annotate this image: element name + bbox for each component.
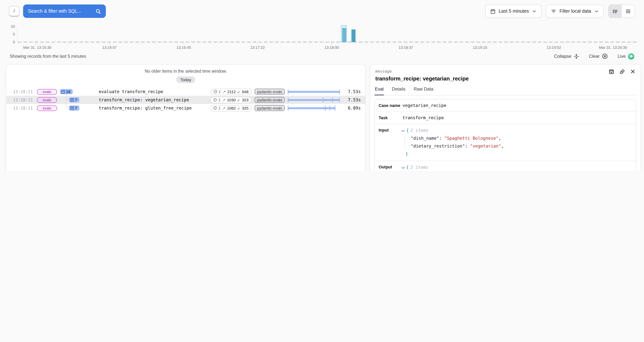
sigma-icon: Σ [218,98,221,102]
row-timestamp: 13:18:11 [13,98,34,102]
case-name-value: vegetarian_recipe [402,103,446,108]
duration-bar [288,106,340,110]
calendar-icon [490,8,496,14]
save-view-icon[interactable] [608,69,614,74]
live-status-icon [628,53,634,60]
record-kind: message [375,69,392,74]
tree-cell: + 7 [60,97,96,102]
timeline-selection-box [341,25,346,42]
y-tick-0: 0 [4,40,15,44]
tokens-down-arrow-icon: ↙ [237,106,240,110]
tokens-down-value: 323 [242,98,248,102]
x-label: 13:18:00 [324,46,339,50]
filter-local-data-dropdown[interactable]: Filter local data [546,4,604,18]
trace-row-vegetarian[interactable]: 13:18:11 evals + 7 transform_recipe: veg… [6,96,365,104]
x-label: 13:16:45 [176,46,191,50]
case-name-row: Case name vegetarian_recipe [375,100,636,112]
clear-circle-x-icon [602,53,608,59]
x-label: Mar 31. 13:15:30 [23,46,51,50]
child-count: 16 [66,90,70,94]
showing-records-text: Showing records from the last 5 minutes [10,54,86,58]
y-tick-5: 5 [4,32,15,36]
x-tick [332,43,332,45]
search-button-label: Search & filter with SQL... [28,8,81,14]
copy-link-icon[interactable] [620,69,625,74]
package-tag: pydantic-evals [254,97,285,103]
json-string-value: Spaghetti Bolognese [444,136,498,141]
collapse-label: Collapse [554,54,571,59]
tokens-down-arrow-icon: ↙ [237,98,240,102]
tokens-down-value: 648 [242,90,248,94]
tree-connector [66,94,69,108]
clear-button[interactable]: Clear [589,53,608,59]
task-value: transform_recipe [402,115,444,120]
input-row: Input { 2 items dish_name: Spaghetti Bol… [375,124,636,160]
duration-text: 6.89s [343,106,361,111]
empty-window-notice: No older items in the selected time wind… [6,69,365,74]
status-row: Showing records from the last 5 minutes … [10,52,634,61]
span-name: transform_recipe: gluten_free_recipe [99,106,207,111]
live-toggle[interactable]: Live [618,53,634,60]
time-range-dropdown[interactable]: Last 5 minutes [485,4,542,18]
json-entry: dish_name: Spaghetti Bolognese, [411,135,504,142]
expand-count-badge[interactable]: + 7 [69,97,80,102]
task-label: Task [379,115,402,120]
span-name: transform_recipe: vegetarian_recipe [99,97,207,102]
plus-square-icon: + [70,98,74,102]
expand-count-badge[interactable]: + 7 [69,106,80,111]
child-count: 7 [75,98,77,102]
collapse-icon [574,54,579,59]
comma: , [498,136,501,141]
duration-bar [288,98,340,102]
collapsed-array[interactable]: [...] [452,171,465,171]
x-tick [554,43,554,45]
coin-icon [213,106,217,110]
tokens-down-arrow-icon: ↙ [237,90,240,94]
slash-shortcut-key: / [9,6,20,16]
row-timestamp: 13:18:11 [13,89,34,94]
tree-cell: + 7 [60,106,96,111]
output-row: Output { 2 items ingredients: [...] [375,160,636,171]
sigma-icon: Σ [218,106,221,110]
close-icon[interactable] [630,69,636,74]
records-timeline-chart[interactable]: 10 5 0 Mar 31. 13:15:30 13:16:07 13:16:4… [0,22,644,51]
list-icon [625,8,631,14]
input-json: { 2 items dish_name: Spaghetti Bolognese… [402,128,504,157]
plus-square-icon: + [70,106,74,110]
tokens-up-arrow-icon: ↗ [222,106,226,110]
timeline-baseline [18,41,638,43]
search-button[interactable]: Search & filter with SQL... [23,4,106,18]
x-tick [110,43,110,45]
date-chip: Today [176,76,196,83]
coin-icon [213,90,217,94]
x-label: Mar 31. 13:20:30 [599,46,627,50]
main-split: No older items in the selected time wind… [6,64,641,171]
timeline-bar-2[interactable] [352,30,356,42]
duration-bar [288,89,340,94]
items-note: 12 items [466,171,487,171]
items-note: 2 items [410,128,428,134]
tokens-up-arrow-icon: ↗ [222,90,226,94]
x-label: 13:17:22 [250,46,265,50]
tree-view-toggle[interactable] [608,5,622,18]
trace-row-gluten-free[interactable]: 13:18:11 evals + 7 transform_recipe: glu… [6,104,365,112]
colon: : [439,136,442,141]
detail-title: transform_recipe: vegetarian_recipe [375,76,636,82]
flat-list-view-toggle[interactable] [622,5,635,18]
trace-row-evaluate[interactable]: 13:18:11 evals − 16 evaluate transform_r… [6,88,365,96]
tokens-up-value: 1082 [227,106,236,110]
tokens-up-value: 2112 [227,90,236,94]
tab-raw-data[interactable]: Raw Data [413,85,434,95]
collapse-button[interactable]: Collapse [554,54,579,59]
span-name: evaluate transform_recipe [99,89,208,94]
live-label: Live [618,54,626,59]
tree-list-icon [612,8,618,14]
tab-eval[interactable]: Eval [374,85,384,95]
close-brace: } [406,151,408,156]
y-axis-line [17,26,18,42]
tab-details[interactable]: Details [392,85,406,95]
items-note: 2 items [410,164,428,171]
token-usage-chip: Σ ↗ 1082 ↙ 325 [210,105,252,111]
collapse-count-badge[interactable]: − 16 [60,89,73,94]
colon: : [465,144,468,149]
